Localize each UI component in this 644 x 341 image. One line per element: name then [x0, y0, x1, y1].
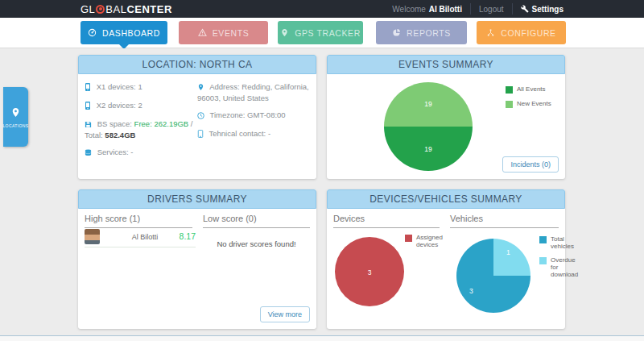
bs-free-label: Free:: [134, 119, 152, 128]
legend-item-new-events: New Events: [506, 100, 551, 108]
contact-row: Tehnical contact: -: [197, 129, 310, 140]
services-icon: [85, 149, 92, 159]
no-scores-message: No driver scores found!: [203, 239, 310, 248]
map-pin-icon: [197, 83, 204, 94]
divider: [470, 3, 471, 15]
bs-total-label: Total:: [85, 131, 103, 139]
clock-icon: [197, 112, 204, 122]
x1-devices-label: X1 devices:: [97, 82, 136, 91]
timezone-label: Timezone:: [209, 110, 245, 119]
events-pie-all-value: 19: [384, 145, 473, 153]
logo-text-center: CENTER: [126, 3, 171, 15]
tab-events-label: EVENTS: [213, 28, 250, 38]
timezone-row: Timezone: GMT-08:00: [197, 110, 310, 122]
sitemap-icon: [486, 28, 495, 37]
contact-label: Tehnical contact:: [208, 129, 266, 138]
view-more-button[interactable]: View more: [260, 306, 310, 322]
drivers-panel: DRIVERS SUMMARY High score (1) Low score…: [78, 189, 316, 329]
drivers-panel-title: DRIVERS SUMMARY: [78, 189, 316, 209]
vehicles-legend: Total vehicles Overdue for download: [539, 235, 584, 285]
services-value: -: [130, 148, 133, 156]
sidebar-tab-locations[interactable]: LOCATIONS: [3, 87, 28, 147]
welcome-user[interactable]: WelcomeAl Bilotti: [392, 5, 462, 14]
legend-item-overdue-download: Overdue for download: [539, 256, 584, 278]
tab-configure[interactable]: CONFIGURE: [477, 21, 566, 44]
devices-pie-chart[interactable]: 3: [335, 237, 404, 306]
phone-icon: [197, 130, 204, 140]
events-panel-title: EVENTS SUMMARY: [327, 55, 565, 74]
target-icon: [96, 5, 105, 14]
devices-pie-value: 3: [335, 268, 404, 277]
logo-text-bal: BAL: [105, 3, 126, 15]
address-label: Address:: [209, 82, 240, 91]
tab-dashboard-label: DASHBOARD: [102, 28, 160, 38]
legend-item-all-events: All Events: [506, 85, 551, 94]
mobile-icon: [85, 102, 91, 112]
legend-swatch: [539, 236, 547, 243]
events-panel: EVENTS SUMMARY 19 19 All Events New Even…: [327, 55, 565, 179]
location-left-column: X1 devices: 1 X2 devices: 2 BS space: Fr…: [85, 82, 197, 166]
bs-space-label: BS space:: [97, 119, 132, 128]
nav-bar: DASHBOARD EVENTS GPS TRACKER REPORTS CON…: [0, 18, 644, 48]
logout-link[interactable]: Logout: [479, 5, 504, 14]
driver-score: 8.17: [180, 231, 196, 241]
vehicles-pie-overdue-value: 1: [506, 248, 510, 256]
bs-free-value: 262.19GB: [154, 119, 188, 128]
devices-legend: Assigned devices: [405, 234, 447, 255]
address-row: Address: Redding, California, 96003, Uni…: [197, 82, 310, 103]
services-label: Services:: [97, 148, 129, 156]
devices-subheader: Devices: [333, 214, 440, 228]
content-area: LOCATIONS LOCATION: NORTH CA X1 devices:…: [0, 48, 644, 336]
tab-events[interactable]: EVENTS: [179, 21, 268, 44]
legend-label: Total vehicles: [551, 235, 584, 250]
pin-icon: [280, 28, 289, 37]
events-pie-new-value: 19: [384, 100, 473, 108]
vehicles-pie-chart[interactable]: 1 3: [456, 239, 530, 313]
devices-vehicles-panel: DEVICES/VEHICLES SUMMARY Devices Vehicle…: [327, 189, 565, 329]
location-pin-icon: [10, 106, 21, 121]
high-score-header: High score (1): [85, 214, 192, 228]
bs-separator: /: [191, 119, 193, 128]
legend-item-total-vehicles: Total vehicles: [539, 235, 584, 250]
tab-reports-label: REPORTS: [407, 28, 451, 38]
tab-gps-tracker[interactable]: GPS TRACKER: [278, 21, 363, 44]
legend-swatch: [539, 257, 547, 264]
tab-configure-label: CONFIGURE: [501, 28, 555, 38]
incidents-button[interactable]: Incidents (0): [502, 156, 559, 173]
top-bar: GLBALCENTER WelcomeAl Bilotti Logout Set…: [0, 0, 644, 18]
legend-swatch: [506, 86, 513, 94]
gauge-icon: [88, 28, 97, 37]
user-name: Al Bilotti: [429, 5, 462, 14]
disk-icon: [85, 121, 92, 131]
low-score-header: Low score (0): [203, 214, 310, 228]
bs-space-row: BS space: Free: 262.19GB / Total: 582.4G…: [85, 119, 197, 140]
driver-row[interactable]: Al Bilotti 8.17: [85, 228, 196, 247]
x2-devices-row: X2 devices: 2: [85, 101, 197, 112]
tab-gps-tracker-label: GPS TRACKER: [295, 28, 361, 38]
legend-swatch: [405, 235, 412, 242]
warning-icon: [198, 28, 207, 37]
welcome-label: Welcome: [392, 5, 426, 14]
location-right-column: Address: Redding, California, 96003, Uni…: [197, 82, 310, 166]
events-pie-chart[interactable]: 19 19: [384, 82, 473, 171]
driver-name: Al Bilotti: [117, 233, 173, 241]
tab-dashboard[interactable]: DASHBOARD: [80, 21, 167, 44]
legend-label: All Events: [517, 85, 546, 93]
location-panel: LOCATION: NORTH CA X1 devices: 1 X2 devi…: [78, 55, 316, 179]
driver-avatar: [85, 229, 100, 244]
vehicles-subheader: Vehicles: [450, 214, 559, 228]
services-row: Services: -: [85, 148, 197, 159]
timezone-value: GMT-08:00: [247, 110, 286, 119]
tab-reports[interactable]: REPORTS: [376, 21, 467, 44]
legend-label: New Events: [517, 100, 551, 107]
events-legend: All Events New Events: [506, 85, 551, 114]
devices-vehicles-panel-title: DEVICES/VEHICLES SUMMARY: [327, 189, 565, 209]
wrench-icon: [521, 5, 529, 13]
divider: [512, 3, 513, 15]
contact-value: -: [268, 129, 270, 138]
legend-item-assigned-devices: Assigned devices: [405, 234, 447, 248]
mobile-icon: [85, 83, 91, 94]
legend-label: Assigned devices: [416, 234, 447, 248]
settings-link[interactable]: Settings: [521, 5, 564, 14]
pie-icon: [392, 28, 401, 37]
